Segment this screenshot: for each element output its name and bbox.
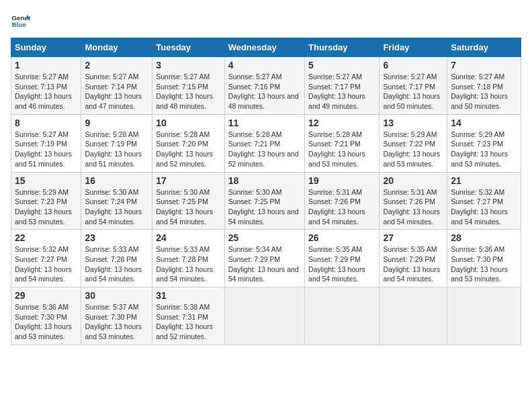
svg-text:Blue: Blue (12, 21, 27, 28)
sunrise: Sunrise: 5:35 AM (308, 244, 375, 255)
calendar-cell: 1 Sunrise: 5:27 AM Sunset: 7:13 PM Dayli… (11, 57, 81, 115)
daylight: Daylight: 13 hours and 54 minutes. (85, 265, 148, 284)
calendar-cell (224, 287, 304, 345)
sunrise: Sunrise: 5:33 AM (156, 244, 220, 255)
sunset: Sunset: 7:24 PM (85, 197, 148, 207)
sunset: Sunset: 7:20 PM (156, 139, 220, 149)
day-info: Sunrise: 5:38 AM Sunset: 7:31 PM Dayligh… (156, 302, 220, 342)
sunrise: Sunrise: 5:31 AM (308, 187, 375, 197)
weekday-header-sunday: Sunday (11, 38, 81, 57)
daylight: Daylight: 13 hours and 54 minutes. (383, 265, 443, 284)
calendar-cell: 15 Sunrise: 5:29 AM Sunset: 7:23 PM Dayl… (11, 172, 81, 230)
day-number: 28 (451, 232, 517, 243)
sunrise: Sunrise: 5:28 AM (308, 130, 375, 140)
daylight: Daylight: 13 hours and 52 minutes. (156, 322, 220, 341)
daylight: Daylight: 13 hours and 52 minutes. (228, 149, 301, 169)
day-info: Sunrise: 5:27 AM Sunset: 7:14 PM Dayligh… (85, 72, 148, 111)
sunset: Sunset: 7:25 PM (228, 197, 301, 207)
calendar-cell (380, 287, 447, 345)
day-info: Sunrise: 5:31 AM Sunset: 7:26 PM Dayligh… (308, 187, 375, 227)
sunset: Sunset: 7:17 PM (383, 82, 443, 92)
day-number: 20 (383, 175, 443, 186)
day-number: 3 (156, 60, 220, 71)
daylight: Daylight: 13 hours and 52 minutes. (156, 149, 220, 169)
calendar-week-row: 15 Sunrise: 5:29 AM Sunset: 7:23 PM Dayl… (11, 172, 521, 230)
sunrise: Sunrise: 5:27 AM (15, 72, 77, 82)
calendar-cell: 10 Sunrise: 5:28 AM Sunset: 7:20 PM Dayl… (152, 114, 224, 172)
calendar-cell: 31 Sunrise: 5:38 AM Sunset: 7:31 PM Dayl… (152, 287, 224, 345)
calendar-cell: 18 Sunrise: 5:30 AM Sunset: 7:25 PM Dayl… (224, 172, 304, 230)
sunrise: Sunrise: 5:34 AM (228, 244, 301, 255)
sunset: Sunset: 7:26 PM (308, 197, 375, 207)
calendar-cell: 20 Sunrise: 5:31 AM Sunset: 7:26 PM Dayl… (380, 172, 447, 230)
calendar-cell: 2 Sunrise: 5:27 AM Sunset: 7:14 PM Dayli… (81, 57, 152, 115)
daylight: Daylight: 13 hours and 53 minutes. (85, 322, 148, 341)
sunrise: Sunrise: 5:28 AM (85, 130, 148, 140)
day-number: 8 (15, 118, 77, 128)
day-number: 4 (228, 60, 301, 71)
day-number: 15 (15, 175, 77, 186)
sunrise: Sunrise: 5:30 AM (156, 187, 220, 197)
calendar-header-row: SundayMondayTuesdayWednesdayThursdayFrid… (11, 38, 521, 57)
day-info: Sunrise: 5:27 AM Sunset: 7:19 PM Dayligh… (15, 130, 77, 169)
sunset: Sunset: 7:25 PM (156, 197, 220, 207)
sunset: Sunset: 7:29 PM (228, 255, 301, 265)
day-number: 22 (15, 232, 77, 243)
sunrise: Sunrise: 5:29 AM (383, 130, 443, 140)
sunrise: Sunrise: 5:27 AM (15, 130, 77, 140)
sunset: Sunset: 7:29 PM (308, 255, 375, 265)
calendar-cell: 25 Sunrise: 5:34 AM Sunset: 7:29 PM Dayl… (224, 230, 304, 287)
day-number: 2 (85, 60, 148, 71)
sunset: Sunset: 7:30 PM (451, 255, 517, 265)
sunset: Sunset: 7:14 PM (85, 82, 148, 92)
day-info: Sunrise: 5:35 AM Sunset: 7:29 PM Dayligh… (383, 244, 443, 284)
day-info: Sunrise: 5:27 AM Sunset: 7:17 PM Dayligh… (383, 72, 443, 111)
sunset: Sunset: 7:19 PM (15, 139, 77, 149)
weekday-header-monday: Monday (81, 38, 152, 57)
day-number: 30 (85, 290, 148, 301)
day-info: Sunrise: 5:28 AM Sunset: 7:21 PM Dayligh… (308, 130, 375, 169)
daylight: Daylight: 13 hours and 48 minutes. (156, 91, 220, 111)
calendar-cell: 27 Sunrise: 5:35 AM Sunset: 7:29 PM Dayl… (380, 230, 447, 287)
sunset: Sunset: 7:21 PM (228, 139, 301, 149)
sunset: Sunset: 7:23 PM (15, 197, 77, 207)
daylight: Daylight: 13 hours and 54 minutes. (15, 265, 77, 284)
sunset: Sunset: 7:18 PM (451, 82, 517, 92)
calendar-cell: 11 Sunrise: 5:28 AM Sunset: 7:21 PM Dayl… (224, 114, 304, 172)
day-info: Sunrise: 5:30 AM Sunset: 7:25 PM Dayligh… (156, 187, 220, 227)
calendar-cell: 30 Sunrise: 5:37 AM Sunset: 7:30 PM Dayl… (81, 287, 152, 345)
calendar-cell: 24 Sunrise: 5:33 AM Sunset: 7:28 PM Dayl… (152, 230, 224, 287)
sunrise: Sunrise: 5:38 AM (156, 302, 220, 312)
day-info: Sunrise: 5:27 AM Sunset: 7:17 PM Dayligh… (308, 72, 375, 111)
calendar-cell: 13 Sunrise: 5:29 AM Sunset: 7:22 PM Dayl… (380, 114, 447, 172)
weekday-header-thursday: Thursday (305, 38, 380, 57)
sunset: Sunset: 7:17 PM (308, 82, 375, 92)
day-info: Sunrise: 5:30 AM Sunset: 7:24 PM Dayligh… (85, 187, 148, 227)
day-info: Sunrise: 5:32 AM Sunset: 7:27 PM Dayligh… (451, 187, 517, 227)
day-info: Sunrise: 5:36 AM Sunset: 7:30 PM Dayligh… (15, 302, 77, 342)
sunset: Sunset: 7:27 PM (15, 255, 77, 265)
calendar-week-row: 8 Sunrise: 5:27 AM Sunset: 7:19 PM Dayli… (11, 114, 521, 172)
sunset: Sunset: 7:22 PM (383, 139, 443, 149)
day-number: 23 (85, 232, 148, 243)
sunset: Sunset: 7:15 PM (156, 82, 220, 92)
day-number: 5 (308, 60, 375, 71)
calendar-cell: 4 Sunrise: 5:27 AM Sunset: 7:16 PM Dayli… (224, 57, 304, 115)
daylight: Daylight: 13 hours and 48 minutes. (228, 91, 301, 111)
daylight: Daylight: 13 hours and 54 minutes. (156, 207, 220, 226)
sunset: Sunset: 7:28 PM (85, 255, 148, 265)
calendar-cell: 17 Sunrise: 5:30 AM Sunset: 7:25 PM Dayl… (152, 172, 224, 230)
calendar-cell: 5 Sunrise: 5:27 AM Sunset: 7:17 PM Dayli… (305, 57, 380, 115)
day-info: Sunrise: 5:33 AM Sunset: 7:28 PM Dayligh… (85, 244, 148, 284)
day-info: Sunrise: 5:27 AM Sunset: 7:13 PM Dayligh… (15, 72, 77, 111)
day-info: Sunrise: 5:33 AM Sunset: 7:28 PM Dayligh… (156, 244, 220, 284)
day-number: 21 (451, 175, 517, 186)
day-number: 19 (308, 175, 375, 186)
daylight: Daylight: 13 hours and 53 minutes. (383, 149, 443, 169)
day-info: Sunrise: 5:34 AM Sunset: 7:29 PM Dayligh… (228, 244, 301, 284)
sunrise: Sunrise: 5:33 AM (85, 244, 148, 255)
calendar-cell: 21 Sunrise: 5:32 AM Sunset: 7:27 PM Dayl… (447, 172, 521, 230)
daylight: Daylight: 13 hours and 53 minutes. (451, 265, 517, 284)
day-number: 16 (85, 175, 148, 186)
day-info: Sunrise: 5:27 AM Sunset: 7:16 PM Dayligh… (228, 72, 301, 111)
